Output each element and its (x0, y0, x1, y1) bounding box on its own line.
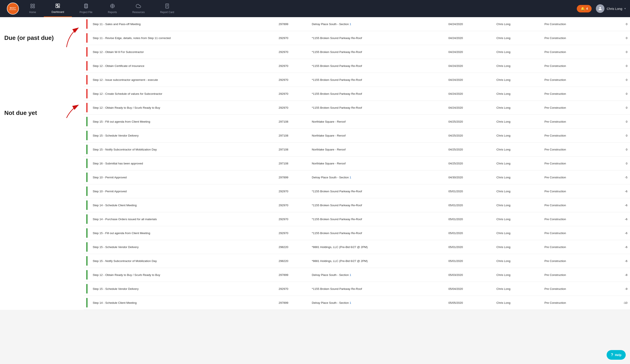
project-link[interactable]: 1 (350, 22, 351, 26)
score: 0 (609, 73, 630, 87)
score: 0 (609, 17, 630, 31)
due-date: 04/25/2020 (446, 115, 494, 129)
svg-rect-5 (56, 5, 58, 8)
task-name: Step 15 - Schedule Vendor Delivery (90, 240, 276, 254)
due-date: 05/04/2020 (446, 282, 494, 296)
svg-rect-7 (58, 7, 60, 8)
project-name: *1155 Broken Sound Parkway Re-Roof (309, 101, 446, 115)
job-number: 292970 (276, 184, 309, 198)
table-row: Step 11 - Sales and Pass-off Meeting2978… (84, 17, 630, 31)
task-name: Step 12 - Create Schedule of values for … (90, 87, 276, 101)
assignee: Chris Long (494, 115, 542, 129)
project-name: *1155 Broken Sound Parkway Re-Roof (309, 45, 446, 59)
left-annotations: Due (or past due) Not due yet (0, 17, 84, 310)
stage: Pre Construction (542, 198, 609, 212)
indicator-cell (84, 240, 90, 254)
project-name: *8881 Holdings, LLC (Pre-Bid 6/27 @ 2PM) (309, 254, 446, 268)
report-card-icon (164, 3, 170, 10)
avatar (596, 4, 604, 13)
indicator-bar-green (86, 284, 88, 294)
assignee: Chris Long (494, 59, 542, 73)
project-name: Northlake Square - Reroof (309, 156, 446, 170)
project-link[interactable]: 1 (350, 273, 351, 277)
notification-count: 4 (586, 7, 588, 10)
indicator-bar-green (86, 173, 88, 182)
home-icon (30, 3, 35, 10)
stage: Pre Construction (542, 129, 609, 143)
project-link[interactable]: 1 (350, 176, 351, 179)
assignee: Chris Long (494, 45, 542, 59)
table-row: Step 15 - Fill out agenda from Client Me… (84, 226, 630, 240)
indicator-cell (84, 115, 90, 129)
user-menu[interactable]: Chris Long ▾ (596, 4, 626, 13)
score: -6 (609, 226, 630, 240)
stage: Pre Construction (542, 143, 609, 156)
job-number: 292970 (276, 212, 309, 226)
assignee: Chris Long (494, 87, 542, 101)
nav-item-home[interactable]: Home (22, 0, 44, 17)
assignee: Chris Long (494, 73, 542, 87)
project-link[interactable]: 1 (350, 301, 351, 304)
indicator-bar-green (86, 228, 88, 238)
stage: Pre Construction (542, 184, 609, 198)
stage: Pre Construction (542, 156, 609, 170)
main-header: BEST ROOFING Home Dashboard (0, 0, 630, 17)
due-date: 04/24/2020 (446, 17, 494, 31)
indicator-bar-green (86, 131, 88, 140)
task-name: Step 12 - Obtain Ready to Buy / Scurb Re… (90, 101, 276, 115)
indicator-bar-green (86, 187, 88, 196)
score: 0 (609, 115, 630, 129)
project-name: Delray Place South - Section 1 (309, 268, 446, 282)
indicator-cell (84, 129, 90, 143)
assignee: Chris Long (494, 226, 542, 240)
nav-item-report-card[interactable]: Report Card (152, 0, 182, 17)
indicator-bar-red (86, 89, 88, 98)
indicator-cell (84, 45, 90, 59)
score: -10 (609, 296, 630, 310)
indicator-cell (84, 282, 90, 296)
logo[interactable]: BEST ROOFING (4, 2, 22, 14)
indicator-bar-red (86, 33, 88, 43)
assignee: Chris Long (494, 101, 542, 115)
indicator-cell (84, 143, 90, 156)
table-row: Step 10 - Permit Approved297899Delray Pl… (84, 170, 630, 184)
nav-item-resources[interactable]: Resources (125, 0, 152, 17)
help-button[interactable]: ? Help (606, 350, 626, 360)
task-name: Step 15 - Schedule Vendor Delivery (90, 282, 276, 296)
task-name: Step 11 - Sales and Pass-off Meeting (90, 17, 276, 31)
score: -6 (609, 184, 630, 198)
due-date: 05/01/2020 (446, 184, 494, 198)
help-icon: ? (611, 353, 613, 357)
due-date: 05/01/2020 (446, 198, 494, 212)
nav-item-reports[interactable]: Reports (100, 0, 125, 17)
user-name: Chris Long (606, 7, 622, 10)
nav-item-project-file[interactable]: Project File (72, 0, 100, 17)
job-number: 297108 (276, 156, 309, 170)
svg-rect-3 (33, 6, 34, 8)
indicator-cell (84, 101, 90, 115)
notification-button[interactable]: 🔔 4 (577, 5, 592, 12)
task-name: Step 15 - Schedule Vendor Delivery (90, 129, 276, 143)
project-name: *1155 Broken Sound Parkway Re-Roof (309, 212, 446, 226)
job-number: 297899 (276, 296, 309, 310)
assignee: Chris Long (494, 143, 542, 156)
project-name: Delray Place South - Section 1 (309, 17, 446, 31)
assignee: Chris Long (494, 296, 542, 310)
project-name: *8881 Holdings, LLC (Pre-Bid 6/27 @ 2PM) (309, 240, 446, 254)
task-name: Step 16 - Submittal has been approved (90, 156, 276, 170)
indicator-bar-green (86, 298, 88, 307)
project-name: Northlake Square - Reroof (309, 143, 446, 156)
due-date: 04/25/2020 (446, 129, 494, 143)
indicator-cell (84, 268, 90, 282)
task-name: Step 14 - Purchase Orders issued for all… (90, 212, 276, 226)
stage: Pre Construction (542, 45, 609, 59)
table-row: Step 12 - Obtain W-9 For Subcontractor29… (84, 45, 630, 59)
svg-point-10 (112, 5, 113, 7)
indicator-cell (84, 156, 90, 170)
task-name: Step 15 - Fill out agenda from Client Me… (90, 115, 276, 129)
svg-rect-0 (31, 4, 32, 5)
project-name: *1155 Broken Sound Parkway Re-Roof (309, 184, 446, 198)
nav-item-dashboard[interactable]: Dashboard (44, 0, 72, 17)
project-file-icon (84, 3, 88, 10)
job-number: 298220 (276, 240, 309, 254)
